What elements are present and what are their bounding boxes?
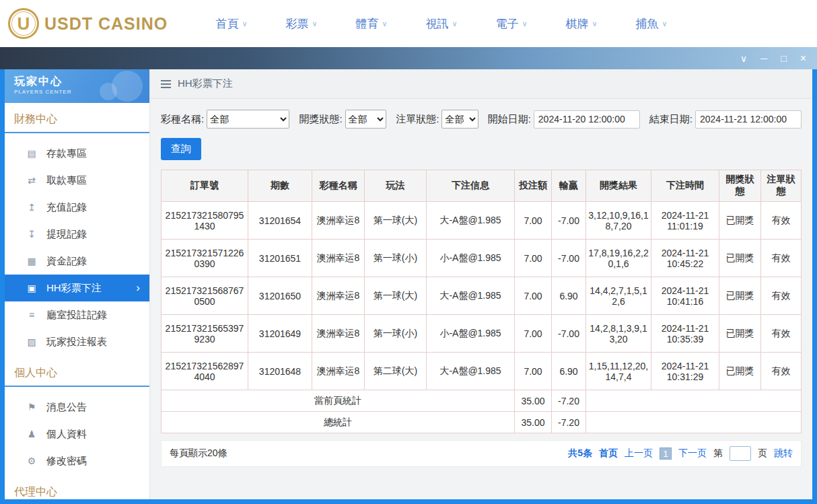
chevron-down-icon: ∨ [312,20,317,28]
table-cell: 第一球(小) [365,315,427,353]
table-cell: 有效 [761,353,802,390]
sidebar-item-label: 取款專區 [46,174,87,187]
nav-fishing[interactable]: 捕魚 ∨ [616,16,686,32]
nav-chess[interactable]: 棋牌 ∨ [546,16,616,32]
table-cell: 第一球(大) [365,277,427,315]
sidebar-item-announcements[interactable]: ⚑ 消息公告 [5,394,149,421]
prev-page-link[interactable]: 上一页 [625,447,653,460]
table-cell: 6.90 [552,353,586,390]
sidebar-item-profile[interactable]: ♟ 個人資料 [5,421,149,447]
jump-button[interactable]: 跳转 [774,447,793,460]
summary-row: 當前頁統計35.00-7.20 [162,390,802,412]
bets-table-panel: 訂單號期數彩種名稱玩法下注信息投注額輸贏開獎結果下注時間開獎狀態注單狀態2152… [161,170,802,433]
summary-winloss-total: -7.20 [552,412,586,433]
column-header: 玩法 [365,170,427,202]
sidebar-item-recharge-records[interactable]: ↥ 充值記錄 [5,194,149,221]
logo-emblem-icon: U [8,8,39,39]
sidebar-item-player-bet-report[interactable]: ▨ 玩家投注報表 [5,328,149,355]
table-cell: 2024-11-21 10:45:22 [651,240,719,277]
window-chevron-button[interactable]: ∨ [740,54,747,63]
sidebar-item-hh-lottery-bets[interactable]: ▣ HH彩票下注 › [5,275,149,301]
nav-electronic[interactable]: 電子 ∨ [476,16,546,32]
sidebar-item-label: 廳室投註記錄 [46,309,107,322]
table-cell: 大-A盤@1.985 [427,277,515,315]
filter-panel: 彩種名稱: 全部 開獎狀態: 全部 注單狀態: 全部 開始日期: 結束日期: 查… [150,99,812,160]
table-cell: 2152173215653979230 [162,315,248,353]
draw-status-select[interactable]: 全部 [345,110,387,129]
sidebar-item-room-bet-records[interactable]: ≡ 廳室投註記錄 [5,301,149,328]
sidebar-item-funds-records[interactable]: ▦ 資金記錄 [5,248,149,275]
sidebar-item-deposit-zone[interactable]: ▤ 存款專區 [5,140,149,167]
table-cell: 大-A盤@1.985 [427,202,515,240]
brand-logo: U USDT CASINO [8,8,170,39]
column-header: 注單狀態 [761,170,802,202]
minimize-button[interactable]: ─ [760,54,767,63]
column-header: 開獎結果 [586,170,651,202]
sidebar-item-label: 充值記錄 [46,201,87,214]
main-nav: 首頁 ∨ 彩票 ∨ 體育 ∨ 視訊 ∨ 電子 ∨ 棋牌 ∨ 捕魚 ∨ [197,16,686,32]
table-row: 215217321580795143031201654澳洲幸运8第一球(大)大-… [162,202,802,240]
order-status-label: 注單狀態: [396,113,439,126]
table-cell: 7.00 [515,315,552,353]
table-cell: 31201648 [248,353,312,390]
table-cell: 31201650 [248,277,312,315]
nav-home[interactable]: 首頁 ∨ [197,16,267,32]
lottery-bet-icon: ▣ [26,283,37,293]
table-footer: 每頁顯示20條 共5条 首页 上一页 1 下一页 第 页 跳转 [161,440,802,467]
maximize-button[interactable]: □ [781,54,786,63]
table-cell: 澳洲幸运8 [312,353,365,390]
sidebar-item-label: 個人資料 [46,428,87,441]
table-cell: 2024-11-21 10:31:29 [651,353,719,390]
next-page-link[interactable]: 下一页 [678,447,707,460]
sidebar-item-label: HH彩票下注 [46,282,102,295]
end-date-input[interactable] [695,110,802,129]
sidebar-item-withdraw-zone[interactable]: ⇄ 取款專區 [5,167,149,194]
table-row: 215217321568767050031201650澳洲幸运8第一球(大)大-… [162,277,802,315]
current-page-indicator[interactable]: 1 [660,447,672,460]
order-status-select[interactable]: 全部 [441,110,478,129]
sidebar-item-label: 消息公告 [46,401,87,414]
nav-electronic-label: 電子 [495,16,518,32]
close-button[interactable]: × [800,53,806,64]
table-cell: 有效 [761,277,802,315]
sidebar-item-withdrawal-records[interactable]: ↧ 提現記錄 [5,221,149,248]
chevron-down-icon: ∨ [592,20,597,28]
table-cell: 已開獎 [719,315,761,353]
table-cell: 澳洲幸运8 [312,202,365,240]
table-cell: 小-A盤@1.985 [427,315,515,353]
start-date-input[interactable] [534,110,640,129]
nav-video[interactable]: 視訊 ∨ [406,16,476,32]
table-cell: 2024-11-21 10:35:39 [651,315,719,353]
sidebar-item-label: 修改密碼 [46,455,87,468]
table-cell: 17,8,19,16,2,20,1,6 [586,240,651,277]
lottery-name-select[interactable]: 全部 [207,110,289,129]
table-row: 215217321565397923031201649澳洲幸运8第一球(小)小-… [162,315,802,353]
summary-winloss-total: -7.20 [552,390,586,412]
end-date-label: 結束日期: [649,113,692,126]
header-row: 訂單號期數彩種名稱玩法下注信息投注額輸贏開獎結果下注時間開獎狀態注單狀態 [162,170,802,202]
page-jump-input[interactable] [730,446,751,461]
table-cell: 已開獎 [719,202,761,240]
nav-chess-label: 棋牌 [565,16,588,32]
column-header: 彩種名稱 [312,170,365,202]
table-cell: 6.90 [552,277,586,315]
table-cell: 7.00 [515,277,552,315]
chevron-down-icon: ∨ [662,20,667,28]
deposit-card-icon: ▤ [26,148,37,159]
nav-sports[interactable]: 體育 ∨ [336,16,406,32]
summary-label: 當前頁統計 [162,390,515,412]
search-button[interactable]: 查詢 [161,138,201,160]
chevron-down-icon: ∨ [522,20,527,28]
nav-lottery[interactable]: 彩票 ∨ [267,16,336,32]
total-count-text: 共5条 [568,447,592,460]
sidebar-item-label: 提現記錄 [46,228,87,241]
sidebar-item-label: 玩家投注報表 [46,336,107,349]
sidebar-item-change-password[interactable]: ⚙ 修改密碼 [5,447,149,474]
table-cell: 澳洲幸运8 [312,277,365,315]
table-cell: 14,2,8,1,3,9,13,20 [586,315,651,353]
personal-center-heading: 個人中心 [5,357,149,387]
nav-lottery-label: 彩票 [285,16,308,32]
first-page-link[interactable]: 首页 [599,447,618,460]
summary-label: 總統計 [162,412,515,433]
table-cell: 大-A盤@1.985 [427,353,515,390]
